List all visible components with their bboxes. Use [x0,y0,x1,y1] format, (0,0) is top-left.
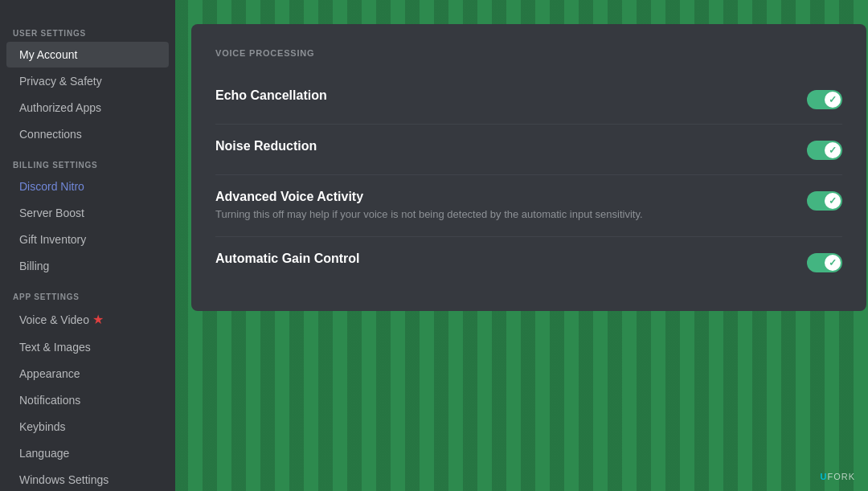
setting-label-noise-reduction: Noise Reduction [215,139,791,153]
star-icon: ★ [92,312,104,327]
sidebar-item-label: Voice & Video [19,313,89,326]
sidebar-item-label: Discord Nitro [19,180,84,193]
sidebar-item-notifications[interactable]: Notifications [6,387,169,413]
setting-description-advanced-voice-activity: Turning this off may help if your voice … [215,207,791,222]
sidebar-item-gift-inventory[interactable]: Gift Inventory [6,227,169,252]
toggle-knob-advanced-voice-activity: ✓ [825,193,841,209]
sidebar-item-label: Server Boost [19,207,84,219]
toggle-wrapper-automatic-gain-control: ✓ [807,252,842,272]
toggle-wrapper-advanced-voice-activity: ✓ [807,190,842,211]
sidebar-item-label: Notifications [19,394,80,407]
toggle-automatic-gain-control[interactable]: ✓ [807,253,842,272]
sidebar-item-my-account[interactable]: My Account [6,42,169,68]
toggle-knob-noise-reduction: ✓ [825,142,841,158]
setting-info-noise-reduction: Noise Reduction [215,139,807,157]
setting-info-automatic-gain-control: Automatic Gain Control [215,252,807,269]
sidebar-item-label: Text & Images [19,341,91,354]
toggle-wrapper-echo-cancellation: ✓ [807,88,842,109]
toggle-noise-reduction[interactable]: ✓ [807,141,842,160]
sidebar-item-authorized-apps[interactable]: Authorized Apps [6,95,169,121]
sidebar-item-language[interactable]: Language [6,440,169,466]
sidebar-item-label: Billing [19,260,49,272]
watermark-suffix: FORK [827,472,855,481]
sidebar-item-label: My Account [19,48,77,61]
sidebar-item-label: Keybinds [19,420,66,433]
toggle-check-icon: ✓ [829,195,837,207]
sidebar-section-label: USER SETTINGS [0,16,175,41]
sidebar-item-label: Privacy & Safety [19,75,102,88]
sidebar-section-label: APP SETTINGS [0,280,175,305]
setting-row-noise-reduction: Noise Reduction✓ [215,125,842,175]
sidebar-item-connections[interactable]: Connections [6,121,169,147]
sidebar-item-label: Gift Inventory [19,233,86,246]
setting-row-automatic-gain-control: Automatic Gain Control✓ [215,237,842,287]
sidebar: USER SETTINGSMy AccountPrivacy & SafetyA… [0,0,175,491]
sidebar-item-keybinds[interactable]: Keybinds [6,414,169,440]
settings-panel: VOICE PROCESSING Echo Cancellation✓Noise… [191,24,866,311]
toggle-check-icon: ✓ [829,257,837,268]
main-content: VOICE PROCESSING Echo Cancellation✓Noise… [175,0,868,491]
toggle-advanced-voice-activity[interactable]: ✓ [807,191,842,211]
setting-row-advanced-voice-activity: Advanced Voice ActivityTurning this off … [215,175,842,237]
sidebar-section-label: BILLING SETTINGS [0,148,175,173]
setting-info-advanced-voice-activity: Advanced Voice ActivityTurning this off … [215,190,807,222]
toggle-check-icon: ✓ [829,94,837,105]
toggle-echo-cancellation[interactable]: ✓ [807,90,842,109]
sidebar-item-server-boost[interactable]: Server Boost [6,200,169,226]
setting-label-echo-cancellation: Echo Cancellation [215,88,791,103]
toggle-knob-echo-cancellation: ✓ [825,92,841,108]
sidebar-item-appearance[interactable]: Appearance [6,361,169,387]
sidebar-item-label: Connections [19,128,82,141]
sidebar-item-label: Authorized Apps [19,101,101,114]
toggle-knob-automatic-gain-control: ✓ [825,255,841,271]
setting-row-echo-cancellation: Echo Cancellation✓ [215,74,842,125]
sidebar-item-label: Appearance [19,367,80,380]
setting-label-advanced-voice-activity: Advanced Voice Activity [215,190,791,204]
sidebar-item-billing[interactable]: Billing [6,253,169,279]
sidebar-item-text-images[interactable]: Text & Images [6,334,169,360]
sidebar-item-discord-nitro[interactable]: Discord Nitro [6,174,169,199]
sidebar-item-voice-video[interactable]: Voice & Video★ [6,305,169,333]
toggle-wrapper-noise-reduction: ✓ [807,139,842,160]
sidebar-item-label: Language [19,447,69,460]
sidebar-item-privacy-safety[interactable]: Privacy & Safety [6,68,169,94]
settings-list: Echo Cancellation✓Noise Reduction✓Advanc… [215,74,842,287]
sidebar-item-label: Windows Settings [19,473,108,486]
section-title: VOICE PROCESSING [215,48,842,58]
watermark: UFORK [820,472,855,481]
setting-label-automatic-gain-control: Automatic Gain Control [215,252,791,266]
sidebar-item-windows-settings[interactable]: Windows Settings [6,467,169,491]
setting-info-echo-cancellation: Echo Cancellation [215,88,807,106]
toggle-check-icon: ✓ [829,145,837,156]
